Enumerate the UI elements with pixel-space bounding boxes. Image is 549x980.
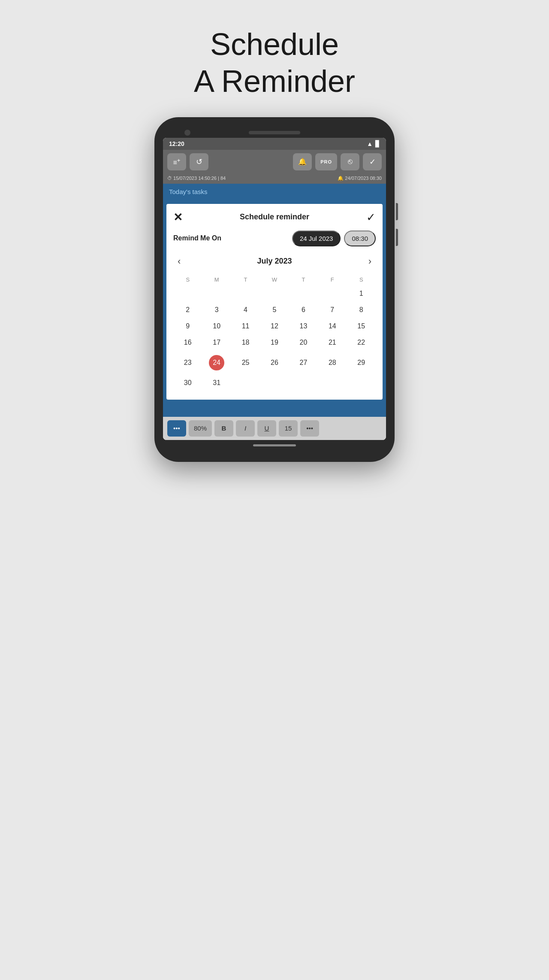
add-task-button[interactable]: ≡+ (167, 153, 186, 170)
calendar-day-18[interactable]: 18 (231, 334, 260, 351)
modal-confirm-button[interactable]: ✓ (366, 212, 376, 223)
home-bar (253, 444, 296, 446)
phone-frame: 12:20 ▲ ▊ ≡+ ↺ 🔔 PRO (154, 117, 395, 462)
calendar-empty (231, 375, 260, 391)
calendar-day-15[interactable]: 15 (347, 318, 376, 334)
font-size-button[interactable]: 15 (279, 420, 298, 437)
check-icon: ✓ (369, 157, 376, 167)
calendar-week-3: 16171819202122 (173, 334, 376, 351)
calendar-day-26[interactable]: 26 (260, 351, 289, 375)
share-button[interactable]: ⎋ (341, 153, 359, 170)
calendar-day-30[interactable]: 30 (173, 375, 202, 391)
schedule-reminder-modal: ✕ Schedule reminder ✓ Remind Me On 24 Ju… (166, 204, 383, 400)
calendar-week-0: 1 (173, 285, 376, 302)
bottom-blue-area (163, 400, 386, 417)
confirm-button[interactable]: ✓ (363, 153, 382, 170)
today-header: Today's tasks (163, 184, 386, 200)
info-bar: ⏱ 15/07/2023 14:50:26 | 84 🔔 24/07/2023 … (163, 174, 386, 184)
more-icon: ••• (306, 425, 313, 432)
blue-background: ✕ Schedule reminder ✓ Remind Me On 24 Ju… (163, 200, 386, 417)
next-month-button[interactable]: › (364, 254, 376, 269)
modal-header: ✕ Schedule reminder ✓ (173, 212, 376, 223)
calendar-day-13[interactable]: 13 (289, 318, 318, 334)
italic-icon: I (244, 425, 246, 432)
calendar-week-5: 3031 (173, 375, 376, 391)
bell-icon: 🔔 (298, 158, 307, 166)
calendar-day-2[interactable]: 2 (173, 302, 202, 318)
share-icon: ⎋ (348, 157, 353, 166)
calendar: ‹ July 2023 › S M T W T F (173, 254, 376, 391)
calendar-day-23[interactable]: 23 (173, 351, 202, 375)
calendar-day-28[interactable]: 28 (318, 351, 347, 375)
weekday-tue: T (231, 274, 260, 285)
calendar-day-14[interactable]: 14 (318, 318, 347, 334)
prev-month-button[interactable]: ‹ (173, 254, 185, 269)
bold-button[interactable]: B (214, 420, 233, 437)
calendar-day-19[interactable]: 19 (260, 334, 289, 351)
calendar-empty (347, 375, 376, 391)
calendar-week-4: 23242526272829 (173, 351, 376, 375)
calendar-day-25[interactable]: 25 (231, 351, 260, 375)
close-icon: ✕ (173, 211, 183, 224)
add-task-icon: ≡+ (173, 157, 180, 167)
calendar-day-12[interactable]: 12 (260, 318, 289, 334)
volume-down-button (396, 229, 398, 246)
calendar-day-8[interactable]: 8 (347, 302, 376, 318)
calendar-day-5[interactable]: 5 (260, 302, 289, 318)
calendar-day-22[interactable]: 22 (347, 334, 376, 351)
remind-badges: 24 Jul 2023 08:30 (292, 231, 376, 246)
calendar-day-10[interactable]: 10 (202, 318, 231, 334)
time-badge-button[interactable]: 08:30 (344, 231, 376, 246)
calendar-day-11[interactable]: 11 (231, 318, 260, 334)
calendar-nav: ‹ July 2023 › (173, 254, 376, 269)
weekday-fri: F (318, 274, 347, 285)
info-left: ⏱ 15/07/2023 14:50:26 | 84 (167, 176, 226, 181)
italic-button[interactable]: I (236, 420, 255, 437)
calendar-day-4[interactable]: 4 (231, 302, 260, 318)
modal-close-button[interactable]: ✕ (173, 212, 183, 223)
remind-row: Remind Me On 24 Jul 2023 08:30 (173, 231, 376, 246)
status-icons: ▲ ▊ (367, 140, 380, 147)
calendar-day-7[interactable]: 7 (318, 302, 347, 318)
calendar-empty (289, 375, 318, 391)
bold-icon: B (222, 425, 226, 432)
calendar-day-20[interactable]: 20 (289, 334, 318, 351)
pro-button[interactable]: PRO (315, 153, 337, 170)
modal-title: Schedule reminder (240, 212, 309, 221)
calendar-day-16[interactable]: 16 (173, 334, 202, 351)
calendar-day-21[interactable]: 21 (318, 334, 347, 351)
calendar-week-2: 9101112131415 (173, 318, 376, 334)
phone-bottom (163, 440, 386, 453)
calendar-body: 1234567891011121314151617181920212223242… (173, 285, 376, 391)
calendar-day-17[interactable]: 17 (202, 334, 231, 351)
calendar-day-29[interactable]: 29 (347, 351, 376, 375)
calendar-day-1[interactable]: 1 (347, 285, 376, 302)
calendar-day-6[interactable]: 6 (289, 302, 318, 318)
calendar-day-9[interactable]: 9 (173, 318, 202, 334)
calendar-week-1: 2345678 (173, 302, 376, 318)
calendar-day-24[interactable]: 24 (202, 351, 231, 375)
calendar-day-31[interactable]: 31 (202, 375, 231, 391)
more-options-button[interactable]: ••• (300, 420, 319, 437)
info-right: 🔔 24/07/2023 08:30 (338, 176, 382, 181)
redo-button[interactable]: ↺ (190, 153, 208, 170)
font-size-percent-button[interactable]: 80% (189, 420, 212, 437)
bell-button[interactable]: 🔔 (293, 153, 312, 170)
calendar-day-27[interactable]: 27 (289, 351, 318, 375)
weekday-header-row: S M T W T F S (173, 274, 376, 285)
weekday-thu: T (289, 274, 318, 285)
calendar-empty (173, 285, 202, 302)
weekday-sun: S (173, 274, 202, 285)
app-toolbar: ≡+ ↺ 🔔 PRO ⎋ ✓ (163, 150, 386, 174)
underline-button[interactable]: U (257, 420, 276, 437)
date-badge-button[interactable]: 24 Jul 2023 (292, 231, 341, 246)
calendar-day-3[interactable]: 3 (202, 302, 231, 318)
font-size-label: 15 (285, 425, 292, 432)
redo-icon: ↺ (196, 157, 202, 167)
speaker (249, 131, 300, 134)
dots-button[interactable]: ••• (167, 420, 186, 437)
signal-icon: ▲ (367, 140, 373, 147)
dots-icon: ••• (173, 425, 180, 432)
phone-screen: 12:20 ▲ ▊ ≡+ ↺ 🔔 PRO (163, 138, 386, 440)
camera (184, 130, 190, 136)
